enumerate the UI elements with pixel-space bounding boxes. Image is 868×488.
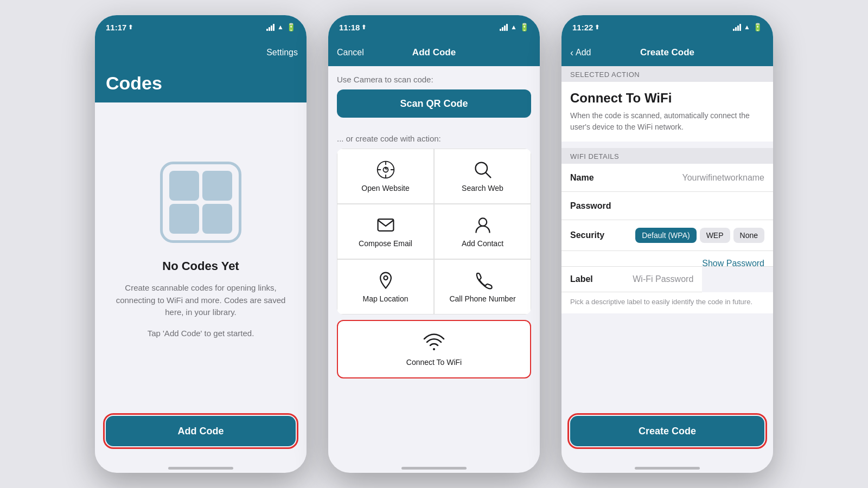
nav-title: Add Code xyxy=(412,47,456,58)
selected-action-desc: When the code is scanned, automatically … xyxy=(570,110,764,133)
home-indicator xyxy=(635,467,700,470)
action-compose-email[interactable]: Compose Email xyxy=(337,204,434,259)
search-web-label: Search Web xyxy=(462,184,503,192)
connect-wifi-action[interactable]: Connect To WiFi xyxy=(337,320,531,378)
signal-bar-2 xyxy=(269,27,270,31)
add-code-button[interactable]: Add Code xyxy=(106,416,296,446)
create-label: ... or create code with action: xyxy=(328,126,540,149)
location-icon: ⬆ xyxy=(595,24,599,31)
signal-bar-3 xyxy=(504,25,506,31)
svg-rect-10 xyxy=(378,219,393,231)
phone1-status-icons: ▲ 🔋 xyxy=(266,23,296,31)
phone2-status-icons: ▲ 🔋 xyxy=(500,23,529,31)
call-phone-label: Call Phone Number xyxy=(449,294,515,303)
security-wpa-button[interactable]: Default (WPA) xyxy=(635,228,696,243)
add-contact-label: Add Contact xyxy=(462,239,503,248)
no-codes-hint: Tap 'Add Code' to get started. xyxy=(148,328,254,340)
wifi-status-icon: ▲ xyxy=(744,23,750,31)
action-open-website[interactable]: Open Website xyxy=(337,149,434,204)
selected-action-header: Selected Action xyxy=(561,66,773,82)
wifi-status-icon: ▲ xyxy=(277,23,284,31)
phone3-nav: ‹ Add Create Code xyxy=(561,39,773,66)
phone-icon xyxy=(473,271,493,290)
selected-action-title: Connect To WiFi xyxy=(570,91,764,106)
phone2-nav: Cancel Add Code xyxy=(328,39,540,66)
qr-cell-4 xyxy=(202,204,232,234)
email-icon xyxy=(376,215,395,235)
wifi-details-header: WiFi Details xyxy=(561,148,773,164)
action-call-phone[interactable]: Call Phone Number xyxy=(434,259,531,314)
nav-title: Create Code xyxy=(640,47,694,58)
signal-bar-1 xyxy=(733,29,735,31)
qr-placeholder xyxy=(160,162,241,243)
name-value: Yourwifinetworkname xyxy=(630,173,764,183)
qr-cell-3 xyxy=(169,204,199,234)
battery-icon: 🔋 xyxy=(286,23,296,31)
phone3: 11:22 ⬆ ▲ 🔋 ‹ Add Create Code xyxy=(561,15,773,473)
add-nav-label: Add xyxy=(576,48,591,57)
svg-point-12 xyxy=(384,276,387,280)
location-icon xyxy=(376,271,395,290)
signal-bar-1 xyxy=(266,29,268,31)
phone1-content: No Codes Yet Create scannable codes for … xyxy=(95,102,307,407)
create-code-button[interactable]: Create Code xyxy=(570,416,764,446)
phone3-time: 11:22 ⬆ xyxy=(572,23,599,32)
action-search-web[interactable]: Search Web xyxy=(434,149,531,204)
selected-action-card: Connect To WiFi When the code is scanned… xyxy=(561,82,773,142)
search-icon xyxy=(473,160,493,179)
phone2-status-bar: 11:18 ⬆ ▲ 🔋 xyxy=(328,15,540,39)
label-value: Wi-Fi Password xyxy=(630,274,693,284)
home-indicator xyxy=(168,467,233,470)
signal-bar-4 xyxy=(506,24,508,31)
actions-row-3: Map Location Call Phone Number xyxy=(337,259,531,314)
phone2-time: 11:18 ⬆ xyxy=(339,23,366,32)
show-password-button[interactable]: Show Password xyxy=(702,259,764,268)
phone3-status-bar: 11:22 ⬆ ▲ 🔋 xyxy=(561,15,773,39)
action-add-contact[interactable]: Add Contact xyxy=(434,204,531,259)
phone1: 11:17 ⬆ ▲ 🔋 Settings Codes xyxy=(95,15,307,473)
phone1-time: 11:17 ⬆ xyxy=(106,23,133,32)
home-indicator xyxy=(401,467,467,470)
svg-point-11 xyxy=(478,218,486,226)
password-label: Password xyxy=(570,201,630,211)
add-nav-button[interactable]: ‹ Add xyxy=(570,47,591,59)
svg-point-13 xyxy=(433,348,435,350)
scan-label: Use Camera to scan code: xyxy=(337,75,531,84)
contact-icon xyxy=(473,215,493,235)
time-text: 11:22 xyxy=(572,23,593,32)
time-text: 11:17 xyxy=(106,23,126,32)
phone1-status-bar: 11:17 ⬆ ▲ 🔋 xyxy=(95,15,307,39)
location-icon: ⬆ xyxy=(361,24,366,31)
password-row[interactable]: Password xyxy=(561,192,773,220)
phone3-status-icons: ▲ 🔋 xyxy=(733,23,762,31)
security-wep-button[interactable]: WEP xyxy=(700,228,730,243)
phone1-header: Codes xyxy=(95,66,307,102)
signal-bar-3 xyxy=(737,25,739,31)
battery-icon: 🔋 xyxy=(753,23,762,31)
signal-bars xyxy=(266,24,275,31)
cancel-nav-button[interactable]: Cancel xyxy=(337,48,364,57)
label-row: Label Wi-Fi Password xyxy=(561,267,702,292)
actions-grid: Open Website Search Web xyxy=(337,149,531,314)
connect-wifi-label: Connect To WiFi xyxy=(406,358,462,367)
label-label: Label xyxy=(570,274,630,284)
actions-row-2: Compose Email Add Contact xyxy=(337,204,531,259)
security-none-button[interactable]: None xyxy=(733,228,764,243)
signal-bar-3 xyxy=(271,25,272,31)
compass-icon xyxy=(376,160,395,179)
action-map-location[interactable]: Map Location xyxy=(337,259,434,314)
wifi-details-section: WiFi Details Name Yourwifinetworkname Pa… xyxy=(561,148,773,313)
settings-nav-button[interactable]: Settings xyxy=(266,48,298,57)
scan-section: Use Camera to scan code: Scan QR Code xyxy=(328,66,540,126)
qr-cell-1 xyxy=(169,171,199,201)
phone2: 11:18 ⬆ ▲ 🔋 Cancel Add Code Use Camera t… xyxy=(328,15,540,473)
signal-bar-2 xyxy=(735,27,737,31)
signal-bars xyxy=(733,24,741,31)
location-icon: ⬆ xyxy=(128,24,133,31)
phones-container: 11:17 ⬆ ▲ 🔋 Settings Codes xyxy=(0,0,868,488)
scan-qr-button[interactable]: Scan QR Code xyxy=(337,89,531,118)
no-codes-description: Create scannable codes for opening links… xyxy=(106,282,296,319)
signal-bar-1 xyxy=(500,29,501,31)
svg-line-9 xyxy=(486,172,490,177)
signal-bar-4 xyxy=(739,24,741,31)
